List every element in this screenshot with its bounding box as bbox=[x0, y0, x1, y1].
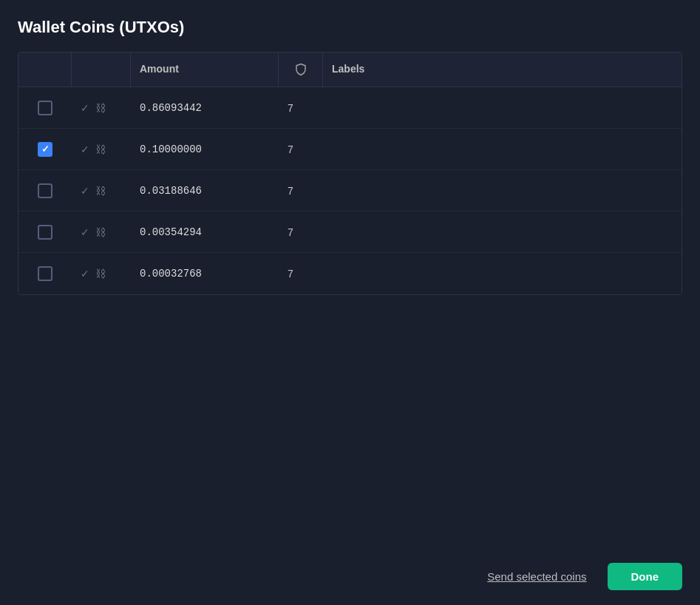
row1-labels: 7 bbox=[279, 92, 323, 124]
row5-check-icon: ✓ bbox=[81, 268, 89, 280]
send-selected-coins-button[interactable]: Send selected coins bbox=[478, 564, 595, 589]
header-checkbox bbox=[18, 53, 72, 87]
row1-link-icon: ⛓ bbox=[95, 102, 106, 114]
row3-amount: 0.03188646 bbox=[131, 175, 279, 207]
row4-amount: 0.00354294 bbox=[131, 216, 279, 249]
row4-check-icon: ✓ bbox=[81, 226, 89, 238]
row3-icons: ✓ ⛓ bbox=[72, 175, 131, 207]
row1-icons: ✓ ⛓ bbox=[72, 92, 131, 124]
table-row: ✓ ⛓ 0.10000000 7 bbox=[18, 129, 682, 170]
row4-link-icon: ⛓ bbox=[95, 226, 106, 238]
row4-labels: 7 bbox=[279, 216, 323, 249]
row1-check-icon: ✓ bbox=[81, 102, 89, 114]
footer: Send selected coins Done bbox=[0, 548, 700, 605]
header-icons bbox=[72, 53, 131, 87]
done-button[interactable]: Done bbox=[608, 563, 683, 590]
utxo-table: Amount Labels ✓ ⛓ 0.8609344 bbox=[18, 52, 682, 295]
row4-extra bbox=[323, 222, 682, 243]
row1-checkbox[interactable] bbox=[38, 101, 52, 115]
page-title: Wallet Coins (UTXOs) bbox=[18, 18, 682, 37]
row2-checkbox-cell[interactable] bbox=[18, 132, 72, 167]
row5-icons: ✓ ⛓ bbox=[72, 257, 131, 290]
header-labels: Labels bbox=[323, 53, 682, 87]
row5-labels: 7 bbox=[279, 257, 323, 290]
row4-checkbox[interactable] bbox=[38, 225, 52, 240]
table-row: ✓ ⛓ 0.00032768 7 bbox=[18, 253, 682, 294]
row5-amount: 0.00032768 bbox=[131, 257, 279, 290]
row5-extra bbox=[323, 263, 682, 284]
row3-checkbox[interactable] bbox=[38, 183, 52, 198]
row2-icons: ✓ ⛓ bbox=[72, 133, 131, 166]
row3-extra bbox=[323, 180, 682, 201]
row3-labels: 7 bbox=[279, 175, 323, 207]
row2-amount: 0.10000000 bbox=[131, 133, 279, 166]
row2-check-icon: ✓ bbox=[81, 143, 89, 155]
row3-link-icon: ⛓ bbox=[95, 185, 106, 197]
row1-amount: 0.86093442 bbox=[131, 92, 279, 124]
row4-icons: ✓ ⛓ bbox=[72, 216, 131, 249]
row5-link-icon: ⛓ bbox=[95, 268, 106, 280]
page-container: Wallet Coins (UTXOs) Amount Labels bbox=[0, 0, 700, 605]
row3-check-icon: ✓ bbox=[81, 185, 89, 197]
row2-checkbox[interactable] bbox=[38, 142, 52, 157]
row2-link-icon: ⛓ bbox=[95, 143, 106, 155]
table-header: Amount Labels bbox=[18, 53, 682, 87]
row3-checkbox-cell[interactable] bbox=[18, 173, 72, 209]
table-body: ✓ ⛓ 0.86093442 7 ✓ ⛓ 0.10000000 7 bbox=[18, 87, 682, 294]
table-row: ✓ ⛓ 0.00354294 7 bbox=[18, 212, 682, 253]
header-amount: Amount bbox=[131, 53, 279, 87]
table-row: ✓ ⛓ 0.86093442 7 bbox=[18, 87, 682, 129]
header-shield bbox=[279, 53, 323, 87]
row2-extra bbox=[323, 139, 682, 160]
shield-header-icon bbox=[294, 63, 307, 76]
row5-checkbox-cell[interactable] bbox=[18, 256, 72, 291]
row5-checkbox[interactable] bbox=[38, 266, 52, 281]
row2-labels: 7 bbox=[279, 133, 323, 166]
row1-extra bbox=[323, 98, 682, 118]
table-row: ✓ ⛓ 0.03188646 7 bbox=[18, 170, 682, 212]
row1-checkbox-cell[interactable] bbox=[18, 90, 72, 126]
row4-checkbox-cell[interactable] bbox=[18, 214, 72, 250]
